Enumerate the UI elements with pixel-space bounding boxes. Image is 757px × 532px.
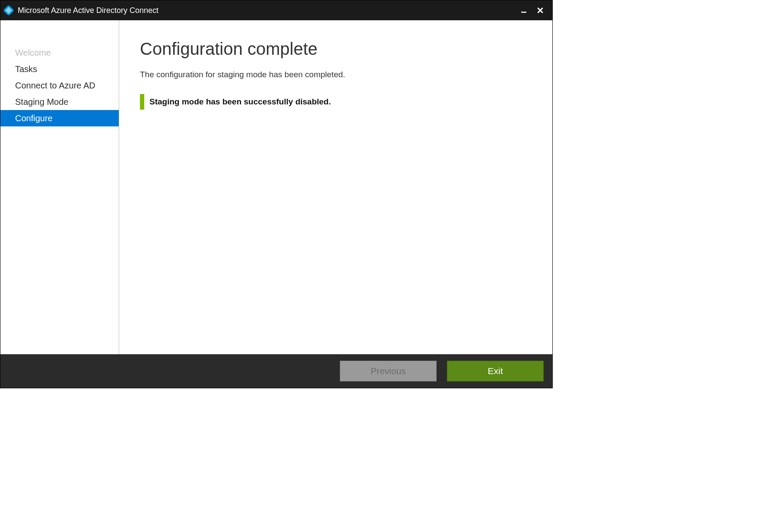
status-success-bar-icon bbox=[140, 94, 144, 110]
sidebar: Welcome Tasks Connect to Azure AD Stagin… bbox=[0, 20, 119, 354]
sidebar-item-tasks[interactable]: Tasks bbox=[0, 61, 119, 77]
sidebar-item-staging-mode[interactable]: Staging Mode bbox=[0, 94, 119, 110]
sidebar-item-connect-to-azure-ad[interactable]: Connect to Azure AD bbox=[0, 77, 119, 94]
main-content: Configuration complete The configuration… bbox=[119, 20, 552, 354]
sidebar-item-label: Connect to Azure AD bbox=[15, 81, 95, 91]
exit-button[interactable]: Exit bbox=[447, 361, 544, 381]
footer: Previous Exit bbox=[0, 354, 552, 388]
sidebar-item-welcome: Welcome bbox=[0, 44, 119, 61]
close-button[interactable] bbox=[534, 4, 546, 16]
previous-button-label: Previous bbox=[371, 366, 406, 376]
status-row: Staging mode has been successfully disab… bbox=[140, 94, 532, 110]
azure-ad-connect-icon bbox=[4, 6, 13, 15]
page-subtitle: The configuration for staging mode has b… bbox=[140, 70, 532, 79]
status-message: Staging mode has been successfully disab… bbox=[149, 97, 331, 107]
svg-rect-2 bbox=[521, 12, 526, 13]
sidebar-item-configure[interactable]: Configure bbox=[0, 110, 119, 126]
sidebar-item-label: Configure bbox=[15, 113, 53, 123]
previous-button: Previous bbox=[340, 361, 437, 381]
sidebar-item-label: Staging Mode bbox=[15, 97, 68, 107]
window-body: Welcome Tasks Connect to Azure AD Stagin… bbox=[0, 20, 552, 354]
exit-button-label: Exit bbox=[488, 366, 503, 376]
page-heading: Configuration complete bbox=[140, 39, 532, 59]
sidebar-item-label: Tasks bbox=[15, 64, 37, 74]
minimize-button[interactable] bbox=[518, 4, 530, 16]
titlebar: Microsoft Azure Active Directory Connect bbox=[0, 0, 552, 20]
window-title: Microsoft Azure Active Directory Connect bbox=[18, 6, 158, 15]
sidebar-item-label: Welcome bbox=[15, 48, 51, 58]
